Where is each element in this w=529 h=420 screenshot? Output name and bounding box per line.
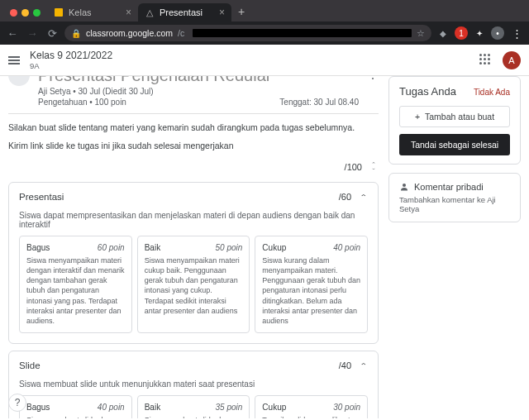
minimize-window-icon[interactable] (21, 9, 29, 17)
rubric-header[interactable]: Slide /40 ⌃ (9, 351, 378, 379)
rubric-level[interactable]: Cukup40 poin Siswa kurang dalam menyampa… (255, 236, 368, 333)
assignment-due: Tenggat: 30 Jul 08.40 (279, 98, 359, 107)
add-button-label: Tambah atau buat (425, 112, 494, 122)
back-button[interactable]: ← (5, 27, 20, 40)
level-desc: Siswa kurang dalam menyampaikan materi. … (262, 255, 360, 326)
expand-all-icon[interactable]: ⌃⌄ (369, 162, 379, 172)
your-work-title: Tugas Anda (399, 85, 456, 98)
add-or-create-button[interactable]: + Tambah atau buat (399, 106, 510, 127)
new-tab-button[interactable]: + (231, 5, 251, 21)
rubric-title: Presentasi (19, 192, 64, 202)
private-comments-title: Komentar pribadi (414, 182, 484, 192)
level-desc: Siswa menyampaikan materi cukup baik. Pe… (145, 255, 243, 316)
person-icon (399, 182, 409, 192)
rubric-description: Siswa membuat slide untuk menunjukkan ma… (9, 379, 378, 395)
svg-point-0 (403, 184, 406, 187)
rubric-max: /40 (339, 360, 351, 370)
rubric-level[interactable]: Baik50 poin Siswa menyampaikan materi cu… (137, 236, 250, 333)
private-comments-hint[interactable]: Tambahkan komentar ke Aji Setya (399, 195, 510, 213)
level-name: Cukup (262, 243, 286, 252)
extension-icon[interactable]: ◆ (436, 26, 450, 40)
window-controls[interactable] (3, 9, 47, 21)
url-path: /c (178, 28, 184, 38)
close-tab-icon[interactable]: × (219, 7, 225, 18)
level-points: 50 poin (216, 243, 243, 252)
assignment-description-2: Kirim link slide ke tugas ini jika sudah… (8, 141, 379, 150)
rubric-title: Slide (19, 360, 41, 370)
level-desc: Siswa menyampaikan materi dengan interak… (26, 255, 125, 326)
level-desc: Siswa membuat slide dengan tampilan yang (26, 415, 125, 418)
close-tab-icon[interactable]: × (126, 7, 131, 18)
rubric-max: /60 (339, 192, 351, 202)
rubric-criterion-slide: Slide /40 ⌃ Siswa membuat slide untuk me… (8, 351, 379, 418)
browser-tab-kelas[interactable]: Kelas × (47, 3, 138, 21)
class-section: 9A (30, 61, 112, 70)
forward-button[interactable]: → (25, 27, 40, 40)
assignment-icon (8, 76, 30, 86)
tab-label: Kelas (69, 7, 92, 17)
address-bar[interactable]: 🔒 classroom.google.com/c ☆ (64, 25, 431, 41)
close-window-icon[interactable] (10, 9, 17, 17)
lock-icon: 🔒 (71, 29, 81, 38)
level-name: Bagus (26, 403, 50, 412)
your-work-status: Tidak Ada (474, 88, 510, 97)
level-points: 40 poin (333, 243, 360, 252)
rubric-level[interactable]: Bagus40 poin Siswa membuat slide dengan … (19, 395, 132, 418)
menu-button[interactable] (8, 55, 20, 66)
reload-button[interactable]: ⟳ (45, 27, 60, 40)
class-name[interactable]: Kelas 9 2021/2022 (30, 50, 112, 61)
rubric-description: Siswa dapat mempresentasikan dan menjela… (9, 211, 378, 236)
tab-favicon (54, 7, 64, 17)
level-points: 30 poin (333, 403, 360, 412)
your-work-card: Tugas Anda Tidak Ada + Tambah atau buat … (388, 76, 521, 165)
rubric-header[interactable]: Presentasi /60 ⌃ (9, 183, 378, 211)
collapse-icon[interactable]: ⌃ (360, 361, 368, 370)
assignment-menu-icon[interactable]: ⋮ (367, 76, 379, 107)
level-name: Baik (145, 243, 160, 252)
assignment-author-line: Aji Setya • 30 Jul (Diedit 30 Jul) (38, 87, 359, 96)
extensions-menu-icon[interactable]: ✦ (473, 26, 486, 40)
assignment-category-points: Pengetahuan • 100 poin (38, 98, 126, 107)
level-name: Baik (145, 403, 160, 412)
assignment-description-1: Silakan buat slide tentang materi yang k… (8, 122, 379, 132)
browser-tab-presentasi[interactable]: △ Presentasi × (138, 3, 231, 21)
rubric-level[interactable]: Bagus60 poin Siswa menyampaikan materi d… (19, 236, 132, 333)
level-desc: Siswa membuat slide dengan tampilan yang (145, 415, 243, 418)
plus-icon: + (415, 112, 420, 122)
level-points: 60 poin (98, 243, 125, 252)
rubric-level[interactable]: Cukup30 poin Tampilan slide yang dibuat … (255, 395, 368, 418)
private-comments-card: Komentar pribadi Tambahkan komentar ke A… (388, 173, 521, 222)
maximize-window-icon[interactable] (33, 9, 41, 17)
google-apps-icon[interactable] (479, 54, 493, 67)
browser-menu-icon[interactable]: ⋮ (509, 27, 524, 40)
url-redacted (193, 29, 412, 37)
rubric-level[interactable]: Baik35 poin Siswa membuat slide dengan t… (137, 395, 250, 418)
profile-icon[interactable]: • (491, 26, 504, 40)
total-score: /100 (345, 162, 362, 172)
level-points: 35 poin (216, 403, 243, 412)
level-name: Cukup (262, 403, 286, 412)
level-name: Bagus (26, 243, 50, 252)
tab-label: Presentasi (160, 7, 203, 17)
rubric-criterion-presentasi: Presentasi /60 ⌃ Siswa dapat mempresenta… (8, 182, 379, 344)
help-button[interactable]: ? (8, 394, 26, 412)
level-desc: Tampilan slide yang dibuat masih perlu (262, 415, 360, 418)
mark-done-button[interactable]: Tandai sebagai selesai (399, 134, 510, 155)
account-avatar[interactable]: A (503, 51, 521, 69)
level-points: 40 poin (98, 403, 125, 412)
tab-favicon: △ (145, 7, 155, 17)
bookmark-icon[interactable]: ☆ (417, 28, 425, 38)
collapse-icon[interactable]: ⌃ (360, 193, 368, 201)
extension-badge[interactable]: 1 (455, 26, 468, 40)
url-domain: classroom.google.com (86, 28, 173, 38)
assignment-title: Presentasi Pengenalan Redular (38, 76, 359, 85)
